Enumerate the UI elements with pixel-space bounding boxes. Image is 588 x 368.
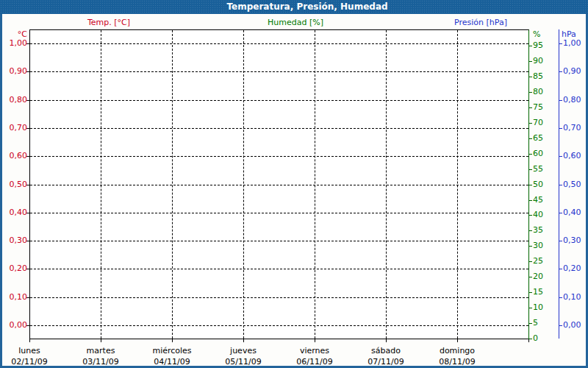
humidity-axis-tick-label: 15 bbox=[533, 287, 543, 297]
humidity-axis-tick-label: 40 bbox=[533, 210, 543, 219]
day-name-label: miércoles bbox=[137, 346, 207, 355]
date-axis-tick bbox=[315, 339, 315, 342]
pressure-axis-tick-label: 0,50 bbox=[563, 180, 581, 189]
pressure-axis-tick-label: 0,80 bbox=[563, 95, 581, 105]
pressure-axis-tick-label: 0,40 bbox=[563, 208, 581, 217]
humidity-axis-tick-label: 25 bbox=[533, 256, 543, 266]
temp-axis-tick-label: 0,40 bbox=[3, 208, 27, 217]
temp-axis-tick-label: 0,20 bbox=[3, 263, 27, 273]
date-axis-tick bbox=[386, 339, 387, 342]
humidity-axis-tick-label: 95 bbox=[533, 40, 543, 50]
legend-humidity: Humedad [%] bbox=[268, 18, 323, 27]
pressure-axis-line bbox=[559, 29, 559, 339]
plot-area bbox=[29, 29, 529, 339]
window-title: Temperatura, Presión, Humedad bbox=[226, 1, 387, 12]
pressure-axis-tick-label: 0,20 bbox=[563, 263, 581, 273]
humidity-axis-tick-label: 90 bbox=[533, 56, 543, 66]
humidity-axis-tick-label: 0 bbox=[533, 333, 538, 343]
humidity-axis-tick-label: 60 bbox=[533, 149, 543, 158]
temp-axis-tick-label: 0,60 bbox=[3, 151, 27, 160]
humidity-axis-tick-label: 5 bbox=[533, 318, 538, 328]
temp-axis-tick-label: 0,30 bbox=[3, 236, 27, 245]
humidity-axis-tick-label: 75 bbox=[533, 102, 543, 112]
legend-pressure: Presión [hPa] bbox=[454, 18, 507, 27]
date-axis-tick bbox=[172, 339, 173, 342]
chart-window: Temperatura, Presión, Humedad Temp. [°C]… bbox=[0, 0, 588, 368]
humidity-axis-tick-label: 10 bbox=[533, 302, 543, 312]
pressure-axis-tick-label: 0,30 bbox=[563, 236, 581, 245]
day-name-label: lunes bbox=[0, 346, 65, 355]
title-bar: Temperatura, Presión, Humedad bbox=[0, 0, 588, 14]
humidity-axis-tick-label: 30 bbox=[533, 241, 543, 250]
humidity-axis-tick-label: 55 bbox=[533, 164, 543, 174]
humidity-axis-tick-label: 45 bbox=[533, 195, 543, 205]
temp-axis-tick-label: 1,00 bbox=[3, 38, 27, 48]
humidity-axis-tick-label: 20 bbox=[533, 272, 543, 281]
date-axis-tick bbox=[457, 339, 458, 342]
temp-axis-tick-label: 0,50 bbox=[3, 180, 27, 189]
day-name-label: domingo bbox=[422, 346, 492, 355]
day-name-label: martes bbox=[65, 346, 136, 355]
day-name-label: jueves bbox=[208, 346, 279, 355]
axis-unit-celsius: °C bbox=[3, 29, 27, 39]
pressure-axis-tick-label: 0,10 bbox=[563, 292, 581, 302]
legend-temperature: Temp. [°C] bbox=[87, 18, 130, 27]
date-axis-tick bbox=[29, 339, 30, 342]
humidity-axis-tick-label: 70 bbox=[533, 118, 543, 127]
temp-axis-tick-label: 0,80 bbox=[3, 95, 27, 105]
humidity-axis-tick-label: 85 bbox=[533, 71, 543, 81]
date-axis-tick bbox=[243, 339, 244, 342]
temp-axis-tick-label: 0,00 bbox=[3, 320, 27, 330]
day-name-label: viernes bbox=[279, 346, 350, 355]
pressure-axis-tick-label: 0,00 bbox=[563, 320, 581, 330]
temp-axis-tick-label: 0,10 bbox=[3, 292, 27, 302]
temp-axis-tick-label: 0,90 bbox=[3, 66, 27, 76]
frame-border-left bbox=[0, 14, 2, 368]
date-axis-tick bbox=[101, 339, 101, 342]
pressure-axis-tick-label: 0,60 bbox=[563, 151, 581, 160]
axis-unit-percent: % bbox=[533, 29, 540, 39]
humidity-axis-tick-label: 80 bbox=[533, 87, 543, 96]
humidity-axis-tick-label: 50 bbox=[533, 180, 543, 189]
date-axis-tick bbox=[528, 339, 529, 342]
axis-unit-hpa: hPa bbox=[562, 29, 576, 39]
temp-axis-tick-label: 0,70 bbox=[3, 123, 27, 132]
humidity-axis-tick-label: 65 bbox=[533, 133, 543, 143]
pressure-axis-tick-label: 0,90 bbox=[563, 66, 581, 76]
day-name-label: sábado bbox=[351, 346, 421, 355]
pressure-axis-tick-label: 0,70 bbox=[563, 123, 581, 132]
pressure-axis-tick-label: 1,00 bbox=[563, 38, 581, 48]
humidity-axis-tick-label: 35 bbox=[533, 225, 543, 235]
